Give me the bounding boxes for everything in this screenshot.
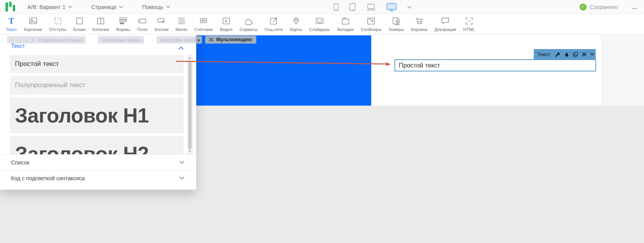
menu-page-label: Страница <box>91 4 116 10</box>
multilanding-badge[interactable]: Мультилендинг <box>205 36 256 44</box>
app-logo-icon[interactable] <box>5 1 16 13</box>
element-toolbar: Текст <box>534 49 596 60</box>
laptop-preview-icon[interactable] <box>366 4 376 11</box>
section-settings-button[interactable]: Настройки секции <box>98 36 144 44</box>
panel-title: Текст <box>11 43 25 49</box>
tool-sliders[interactable]: Слайдеры <box>306 14 334 34</box>
canvas-right-edge <box>601 35 644 106</box>
chevron-down-icon <box>179 161 184 164</box>
section-action-icons: × ▢ ∧ ∨ <box>11 37 36 42</box>
saved-check-icon: ✓ <box>580 4 587 11</box>
layers-cursor-icon <box>392 16 401 26</box>
page-builder-app: A/B: Вариант 1 Страница Помощь <box>0 0 644 243</box>
share-arrow-icon <box>269 16 278 26</box>
text-elements-panel: Текст Простой текст Полупрозрачный текст… <box>0 35 196 190</box>
form-fields-icon <box>119 16 128 26</box>
tool-buttons[interactable]: Кнопки <box>151 14 172 34</box>
list-item-heading-h2[interactable]: Заголовок H2 <box>10 136 184 154</box>
selected-text-element[interactable]: Простой текст <box>394 59 596 71</box>
tool-menu[interactable]: Меню <box>172 14 191 34</box>
accordion-list[interactable]: Список <box>0 154 196 170</box>
hamburger-icon <box>177 16 186 26</box>
tool-text[interactable]: T Текст <box>2 14 20 34</box>
saved-status: Сохранено <box>590 4 618 10</box>
tool-spoilers[interactable]: Спойлеры <box>357 14 385 34</box>
dashed-box-icon <box>53 16 62 26</box>
list-item-plain-text[interactable]: Простой текст <box>10 55 184 73</box>
slider-arrows-icon <box>315 16 324 26</box>
delete-x-icon[interactable] <box>582 52 586 57</box>
panel-settings-button-tail[interactable]: и <box>196 36 202 44</box>
shopping-cart-icon <box>415 16 424 26</box>
text-tool-icon: T <box>9 17 14 25</box>
tool-spacing[interactable]: Отступы <box>46 14 70 34</box>
speech-bubble-icon <box>441 16 450 26</box>
list-item-heading-h1[interactable]: Заголовок H1 <box>10 97 184 133</box>
tool-video[interactable]: Видео <box>216 14 236 34</box>
menu-help[interactable]: Помощь <box>142 4 170 10</box>
spoiler-arrow-icon <box>367 16 376 26</box>
section-label: Разделенная секция <box>39 38 82 42</box>
element-type-label: Текст <box>537 51 550 57</box>
columns-icon <box>96 16 105 26</box>
svg-text:</>: </> <box>467 19 471 23</box>
canvas-workspace: × ▢ ∧ ∨ Разделенная секция Настройки сек… <box>0 35 644 243</box>
shuffle-icon <box>208 37 214 42</box>
list-item-translucent-text[interactable]: Полупрозрачный текст <box>10 76 184 95</box>
tool-hovers[interactable]: Ховеры <box>385 14 407 34</box>
tool-html[interactable]: </> HTML <box>460 14 478 34</box>
topbar-menus: A/B: Вариант 1 Страница Помощь <box>27 4 170 10</box>
desktop-preview-icon[interactable] <box>387 3 397 11</box>
panel-scrollbar[interactable] <box>187 55 193 154</box>
tool-maps[interactable]: Карты <box>286 14 305 34</box>
back-arrow-icon[interactable]: ← <box>631 3 639 11</box>
chevron-down-icon <box>68 5 73 8</box>
accordion-code-highlight[interactable]: Код с подсветкой синтаксиса <box>0 170 196 186</box>
tool-cart[interactable]: Корзина <box>407 14 431 34</box>
tool-columns[interactable]: Колонки <box>89 14 113 34</box>
flip-counter-icon <box>199 16 208 26</box>
tool-images[interactable]: Картинки <box>20 14 46 34</box>
tablet-preview-icon[interactable] <box>349 3 356 11</box>
collapse-chevron-up-icon[interactable] <box>179 44 184 51</box>
code-brackets-icon: </> <box>465 16 474 26</box>
section-label-badge[interactable]: × ▢ ∧ ∨ Разделенная секция <box>7 36 86 44</box>
puzzle-icon <box>244 16 253 26</box>
chevron-down-icon <box>119 5 123 8</box>
tool-social[interactable]: Соц-сети <box>261 14 286 34</box>
scrollbar-thumb[interactable] <box>188 60 192 149</box>
scroll-down-arrow-icon[interactable] <box>189 150 191 152</box>
chevron-down-icon <box>166 5 170 8</box>
tool-counters[interactable]: Счетчики <box>191 14 216 34</box>
menu-ab-variant-label: A/B: Вариант 1 <box>27 4 66 10</box>
topbar: A/B: Вариант 1 Страница Помощь <box>0 0 644 14</box>
tool-services[interactable]: Сервисы <box>236 14 261 34</box>
device-menu-chevron-icon[interactable] <box>407 6 412 9</box>
tabbed-box-icon <box>341 16 350 26</box>
input-field-icon <box>138 16 147 26</box>
topbar-right: ✓ Сохранено ← <box>580 3 639 11</box>
tool-blocks[interactable]: Блоки <box>70 14 89 34</box>
tool-tabs[interactable]: Вкладки <box>334 14 357 34</box>
tool-forms[interactable]: Формы <box>113 14 134 34</box>
phone-preview-icon[interactable] <box>334 3 339 11</box>
duplicate-icon[interactable] <box>573 52 578 57</box>
section-toolbar-ghost: × ▢ ∧ ∨ Разделенная секция Настройки сек… <box>7 36 203 44</box>
tool-fields[interactable]: Поля <box>134 14 151 34</box>
droplet-icon[interactable] <box>564 52 569 57</box>
menu-page[interactable]: Страница <box>91 4 123 10</box>
device-preview-switcher <box>334 0 412 14</box>
menu-ab-variant[interactable]: A/B: Вариант 1 <box>27 4 73 10</box>
wrench-icon[interactable] <box>555 52 560 57</box>
scroll-up-arrow-icon[interactable] <box>189 57 191 59</box>
video-play-icon <box>222 16 231 26</box>
image-icon <box>29 16 38 26</box>
box-icon <box>75 16 84 26</box>
tool-decorations[interactable]: Декорации <box>431 14 460 34</box>
menu-help-label: Помощь <box>142 4 163 10</box>
map-pin-icon <box>292 16 301 26</box>
button-cursor-icon <box>157 16 166 26</box>
chevron-down-icon <box>179 176 184 180</box>
element-menu-chevron-icon[interactable] <box>590 53 594 56</box>
element-toolbar-ribbon: T Текст Картинки Отступы Блоки Колонки Ф… <box>0 14 644 35</box>
